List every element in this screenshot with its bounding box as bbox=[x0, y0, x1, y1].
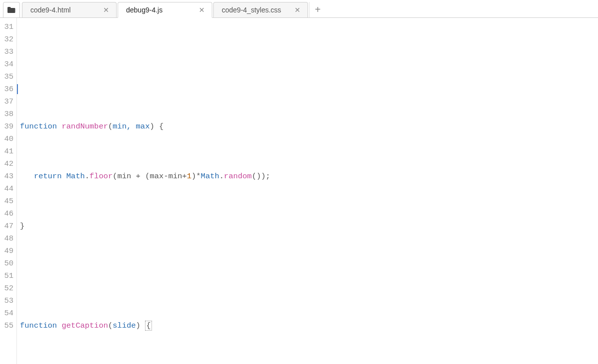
line-number: 37 bbox=[0, 96, 13, 108]
close-icon[interactable]: ✕ bbox=[199, 6, 205, 13]
close-icon[interactable]: ✕ bbox=[295, 6, 300, 13]
line-number: 51 bbox=[0, 270, 13, 282]
folder-button[interactable] bbox=[3, 2, 20, 17]
code-line: function getCaption(slide) { bbox=[20, 320, 598, 332]
line-number: 55 bbox=[0, 320, 13, 332]
line-number: 48 bbox=[0, 233, 13, 245]
line-number: 41 bbox=[0, 145, 13, 158]
tab-code9-4-html[interactable]: code9-4.html ✕ bbox=[22, 2, 117, 17]
code-line: return Math.floor(min + (max-min+1)*Math… bbox=[20, 170, 598, 183]
line-number: 53 bbox=[0, 295, 13, 307]
line-number: 32 bbox=[0, 33, 13, 46]
line-number-gutter: 3132333435363738394041424344454647484950… bbox=[0, 18, 17, 364]
code-line: function randNumber(min, max) { bbox=[20, 121, 598, 133]
line-number: 38 bbox=[0, 108, 13, 121]
line-number: 34 bbox=[0, 58, 13, 71]
folder-icon bbox=[7, 6, 16, 13]
line-number: 49 bbox=[0, 245, 13, 257]
plus-icon: + bbox=[315, 4, 321, 15]
new-tab-button[interactable]: + bbox=[309, 2, 326, 17]
code-line: } bbox=[20, 220, 598, 233]
line-number: 40 bbox=[0, 133, 13, 145]
tab-label: code9-4.html bbox=[30, 6, 98, 14]
line-number: 35 bbox=[0, 71, 13, 83]
code-editor[interactable]: 3132333435363738394041424344454647484950… bbox=[0, 18, 598, 364]
tab-code9-4-styles-css[interactable]: code9-4_styles.css ✕ bbox=[213, 2, 308, 17]
line-number: 42 bbox=[0, 158, 13, 170]
tab-label: debug9-4.js bbox=[126, 6, 194, 14]
line-number: 50 bbox=[0, 257, 13, 270]
text-cursor bbox=[17, 84, 18, 94]
line-number: 52 bbox=[0, 282, 13, 295]
tab-label: code9-4_styles.css bbox=[222, 6, 290, 14]
line-number: 39 bbox=[0, 121, 13, 133]
matched-brace-open: { bbox=[145, 321, 151, 331]
tab-bar: code9-4.html ✕ debug9-4.js ✕ code9-4_sty… bbox=[0, 0, 598, 18]
line-number: 31 bbox=[0, 21, 13, 33]
line-number: 33 bbox=[0, 46, 13, 58]
line-number: 46 bbox=[0, 208, 13, 220]
line-number: 45 bbox=[0, 195, 13, 208]
line-number: 36 bbox=[0, 83, 13, 96]
close-icon[interactable]: ✕ bbox=[103, 6, 109, 13]
line-number: 54 bbox=[0, 307, 13, 320]
tab-debug9-4-js[interactable]: debug9-4.js ✕ bbox=[118, 2, 212, 18]
line-number: 47 bbox=[0, 220, 13, 233]
code-line bbox=[20, 71, 598, 83]
code-area[interactable]: function randNumber(min, max) { return M… bbox=[17, 18, 598, 364]
line-number: 43 bbox=[0, 170, 13, 183]
code-line bbox=[20, 270, 598, 282]
line-number: 44 bbox=[0, 183, 13, 195]
